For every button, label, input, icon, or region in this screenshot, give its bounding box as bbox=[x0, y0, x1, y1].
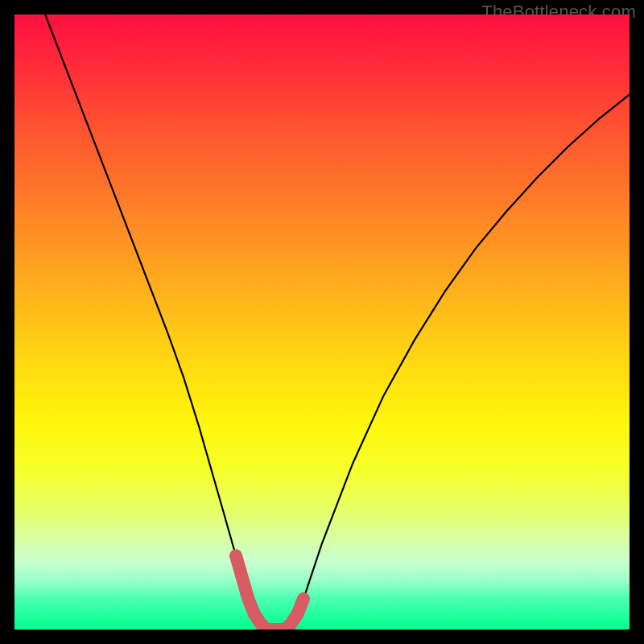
chart-area bbox=[14, 14, 630, 630]
bottleneck-curve bbox=[45, 14, 630, 630]
bottleneck-curve-highlight bbox=[236, 555, 303, 630]
chart-svg bbox=[14, 14, 630, 630]
